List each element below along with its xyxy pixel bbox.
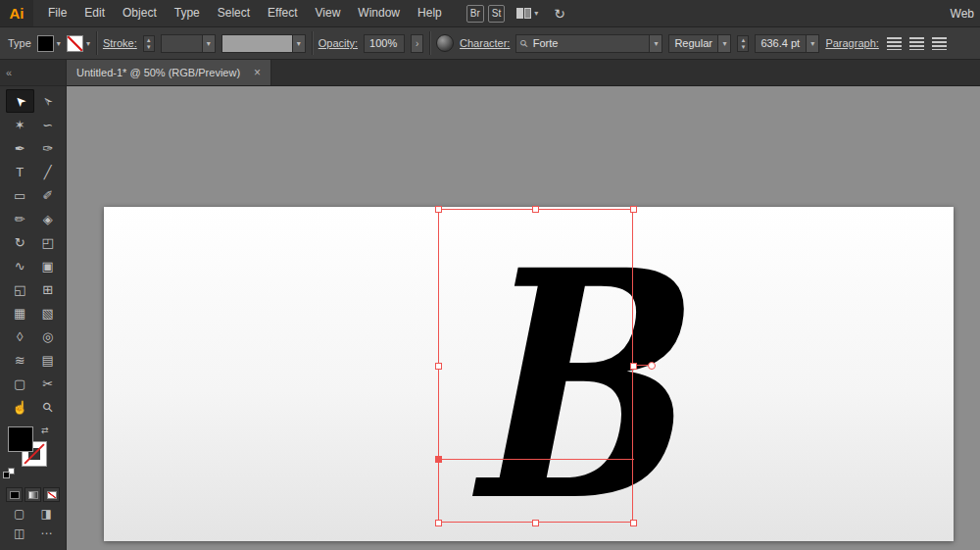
zoom-tool[interactable]: ⚲ xyxy=(34,395,63,419)
bridge-button[interactable]: Br xyxy=(466,5,484,23)
selection-tool[interactable]: ➤ xyxy=(6,89,34,113)
chevron-down-icon[interactable]: ▾ xyxy=(806,35,818,52)
type-tool[interactable]: T xyxy=(6,160,34,183)
tab-close-icon[interactable]: × xyxy=(254,66,261,79)
paintbrush-tool[interactable]: ✐ xyxy=(34,183,63,207)
character-panel-link[interactable]: Character: xyxy=(460,37,510,49)
stepper-down-icon[interactable]: ▼ xyxy=(146,44,152,50)
stroke-color-control[interactable]: ▾ xyxy=(67,35,90,52)
toolbar-collapse-button[interactable]: « xyxy=(0,60,66,86)
rectangle-tool[interactable]: ▭ xyxy=(6,183,34,207)
chevron-down-icon[interactable]: ▾ xyxy=(57,39,61,48)
shape-builder-tool[interactable]: ◱ xyxy=(6,277,34,301)
hand-tool[interactable]: ☝ xyxy=(6,395,34,419)
eyedropper-tool[interactable]: ◊ xyxy=(6,325,34,348)
draw-behind-mode-button[interactable]: ◨ xyxy=(33,506,61,522)
chevron-down-icon[interactable]: ▾ xyxy=(649,35,662,52)
selection-handle-bottom-left[interactable] xyxy=(435,520,442,526)
magic-wand-tool[interactable]: ✶ xyxy=(6,113,34,136)
perspective-grid-tool[interactable]: ⊞ xyxy=(34,277,63,301)
menu-file[interactable]: File xyxy=(39,0,75,26)
default-fill-stroke-icon[interactable] xyxy=(3,468,17,480)
font-size-stepper[interactable]: ▲ ▼ xyxy=(737,35,749,52)
selection-handle-mid-left[interactable] xyxy=(435,363,442,370)
scale-tool[interactable]: ◰ xyxy=(34,230,63,254)
line-segment-tool[interactable]: ╱ xyxy=(34,160,63,183)
pencil-tool[interactable]: ✏ xyxy=(6,207,34,230)
edit-toolbar-button[interactable]: ⋯ xyxy=(33,525,61,541)
opacity-expand-button[interactable]: › xyxy=(411,34,423,53)
lasso-tool[interactable]: ∽ xyxy=(34,113,63,136)
app-logo[interactable]: Ai xyxy=(0,0,33,26)
draw-normal-mode-button[interactable]: ▢ xyxy=(6,506,33,522)
none-button[interactable] xyxy=(43,487,60,502)
workspace-switcher[interactable]: Web xyxy=(951,7,974,21)
menu-select[interactable]: Select xyxy=(209,0,259,26)
chevron-down-icon[interactable]: ▾ xyxy=(534,9,538,18)
chevron-down-icon[interactable]: ▾ xyxy=(717,35,730,52)
text-anchor-point[interactable] xyxy=(435,456,442,463)
document-tab[interactable]: Untitled-1* @ 50% (RGB/Preview) × xyxy=(67,60,271,85)
out-port-circle[interactable] xyxy=(648,362,656,370)
width-tool[interactable]: ∿ xyxy=(6,254,34,277)
stroke-panel-link[interactable]: Stroke: xyxy=(103,37,137,49)
stepper-down-icon[interactable]: ▼ xyxy=(740,44,746,50)
menu-effect[interactable]: Effect xyxy=(259,0,306,26)
align-left-icon[interactable] xyxy=(887,37,902,50)
menu-type[interactable]: Type xyxy=(166,0,209,26)
opacity-field[interactable]: 100% xyxy=(364,34,405,53)
selection-handle-mid-right[interactable] xyxy=(630,363,637,370)
recolor-artwork-icon[interactable] xyxy=(436,34,454,52)
gradient-button[interactable] xyxy=(24,487,41,502)
blend-tool[interactable]: ◎ xyxy=(34,325,63,348)
font-size-combo[interactable]: 636.4 pt ▾ xyxy=(755,34,819,53)
chevron-down-icon[interactable]: ▾ xyxy=(292,35,305,52)
canvas[interactable]: B xyxy=(67,86,980,550)
selection-handle-top-right[interactable] xyxy=(630,206,637,213)
stroke-width-combo[interactable]: ▾ xyxy=(161,34,216,53)
fill-swatch[interactable] xyxy=(37,35,54,52)
pen-tool[interactable]: ✒ xyxy=(6,136,34,160)
curvature-tool[interactable]: ✑ xyxy=(34,136,63,160)
mesh-tool[interactable]: ▦ xyxy=(6,301,34,325)
swap-fill-stroke-icon[interactable]: ⇄ xyxy=(41,425,49,435)
eraser-tool[interactable]: ◈ xyxy=(34,207,63,230)
column-graph-tool[interactable]: ▤ xyxy=(34,348,63,372)
menu-edit[interactable]: Edit xyxy=(75,0,114,26)
stroke-none-swatch[interactable] xyxy=(67,35,83,52)
direct-selection-tool[interactable]: ➢ xyxy=(34,89,63,113)
selection-handle-bottom-center[interactable] xyxy=(532,520,539,526)
rotate-tool[interactable]: ↻ xyxy=(6,230,34,254)
selection-handle-bottom-right[interactable] xyxy=(630,520,637,526)
arrange-documents-icon[interactable] xyxy=(516,8,531,19)
fill-color-control[interactable]: ▾ xyxy=(37,35,61,52)
align-right-icon[interactable] xyxy=(932,37,947,50)
sync-settings-icon[interactable]: ↻ xyxy=(554,6,565,22)
artboard-tool[interactable]: ▢ xyxy=(6,372,34,395)
free-transform-tool[interactable]: ▣ xyxy=(34,254,63,277)
font-family-combo[interactable]: ⚲ Forte ▾ xyxy=(515,34,662,53)
font-style-combo[interactable]: Regular ▾ xyxy=(668,34,731,53)
menu-help[interactable]: Help xyxy=(409,0,451,26)
stepper-up-icon[interactable]: ▲ xyxy=(146,37,152,43)
change-screen-mode-button[interactable]: ◫ xyxy=(6,525,33,541)
menu-window[interactable]: Window xyxy=(349,0,409,26)
chevron-down-icon[interactable]: ▾ xyxy=(86,39,90,48)
selection-handle-top-center[interactable] xyxy=(532,206,539,213)
opacity-panel-link[interactable]: Opacity: xyxy=(318,37,358,49)
stepper-up-icon[interactable]: ▲ xyxy=(740,37,746,43)
menu-object[interactable]: Object xyxy=(114,0,166,26)
symbol-sprayer-tool[interactable]: ≋ xyxy=(6,348,34,372)
align-center-icon[interactable] xyxy=(909,37,924,50)
menu-view[interactable]: View xyxy=(307,0,350,26)
fill-color-box[interactable] xyxy=(8,426,33,452)
brush-definition-combo[interactable]: ▾ xyxy=(221,34,306,53)
slice-tool[interactable]: ✂ xyxy=(34,372,63,395)
stock-button[interactable]: St xyxy=(488,5,505,23)
chevron-down-icon[interactable]: ▾ xyxy=(202,35,215,52)
paragraph-panel-link[interactable]: Paragraph: xyxy=(825,37,878,49)
stroke-width-stepper[interactable]: ▲ ▼ xyxy=(143,35,155,52)
color-button[interactable] xyxy=(6,487,23,502)
gradient-tool[interactable]: ▧ xyxy=(34,301,63,325)
selection-handle-top-left[interactable] xyxy=(435,206,442,213)
